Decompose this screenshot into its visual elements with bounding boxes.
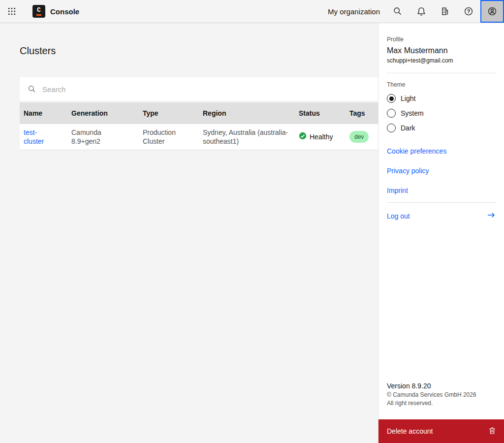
theme-section: Theme Light System Dark [387, 81, 496, 132]
radio-label: Dark [401, 124, 415, 132]
logout-label: Log out [387, 212, 410, 220]
profile-panel-inner: Profile Max Mustermann schuppi+test@gmai… [378, 23, 504, 419]
cluster-region-cell: Sydney, Australia (australia-southeast1) [199, 128, 295, 146]
column-header-tags: Tags [346, 109, 378, 118]
theme-option-light[interactable]: Light [387, 94, 496, 103]
profile-label: Profile [387, 36, 496, 43]
clusters-search-bar [20, 77, 378, 101]
imprint-link[interactable]: Imprint [387, 187, 496, 194]
logo-letter: C [37, 7, 41, 13]
cluster-name-link[interactable]: test-cluster [24, 128, 49, 146]
cookie-preferences-link[interactable]: Cookie preferences [387, 147, 496, 155]
app-switcher-button[interactable] [0, 0, 24, 23]
version-text: Version 8.9.20 [387, 382, 496, 390]
top-header: C Console My organization [0, 0, 504, 23]
bell-icon [416, 6, 426, 16]
cluster-tags-cell: dev [346, 131, 378, 143]
header-left: C Console [0, 0, 79, 23]
user-avatar-icon [487, 6, 497, 16]
cluster-type-cell: Production Cluster [139, 128, 199, 146]
svg-text:?: ? [467, 8, 470, 14]
divider [387, 202, 496, 203]
delete-account-button[interactable]: Delete account [378, 419, 504, 443]
logout-link[interactable]: Log out [387, 210, 496, 222]
column-header-type: Type [139, 109, 199, 118]
cluster-status-cell: Healthy [295, 132, 346, 142]
profile-email: schuppi+test@gmail.com [387, 57, 496, 64]
theme-option-system[interactable]: System [387, 109, 496, 118]
notifications-button[interactable] [410, 0, 433, 23]
trash-icon [488, 427, 496, 436]
camunda-logo-icon: C [32, 5, 45, 18]
help-button[interactable]: ? [457, 0, 480, 23]
organization-name-button[interactable]: My organization [328, 0, 380, 23]
search-input[interactable] [42, 77, 378, 101]
column-header-status: Status [295, 109, 346, 118]
cluster-generation-value: Camunda 8.9+gen2 [71, 128, 112, 146]
column-header-region: Region [199, 109, 295, 118]
organization-button[interactable] [433, 0, 457, 23]
search-icon [393, 6, 403, 16]
cluster-region-value: Sydney, Australia (australia-southeast1) [203, 128, 289, 146]
product-title: Console [50, 7, 79, 16]
main-content: Clusters Name Generation Type Region Sta… [0, 23, 378, 443]
delete-account-label: Delete account [387, 427, 433, 435]
logo-orange-bar [36, 14, 41, 16]
radio-label: Light [401, 95, 415, 102]
search-icon [28, 85, 36, 94]
profile-name: Max Mustermann [387, 46, 496, 55]
rights-text: All right reserved. [387, 400, 496, 407]
tag-badge: dev [349, 131, 369, 143]
status-text: Healthy [310, 132, 333, 141]
table-header-row: Name Generation Type Region Status Tags [20, 102, 378, 124]
divider [387, 73, 496, 73]
clusters-content: Name Generation Type Region Status Tags … [20, 77, 378, 150]
radio-label: System [401, 109, 424, 117]
radio-button[interactable] [387, 124, 396, 132]
privacy-policy-link[interactable]: Privacy policy [387, 167, 496, 175]
column-header-name: Name [20, 109, 67, 118]
column-header-generation: Generation [67, 109, 139, 118]
healthy-check-icon [299, 132, 307, 142]
app-switcher-grid-icon [7, 6, 17, 16]
radio-button[interactable] [387, 94, 396, 103]
search-button[interactable] [386, 0, 410, 23]
profile-menu-button[interactable] [480, 0, 504, 23]
theme-option-dark[interactable]: Dark [387, 124, 496, 132]
header-right: My organization [328, 0, 504, 23]
copyright-text: © Camunda Services GmbH 2026 [387, 391, 496, 398]
clusters-table: Name Generation Type Region Status Tags … [20, 102, 378, 150]
building-icon [440, 6, 450, 16]
arrow-right-icon [486, 210, 496, 222]
profile-panel: Profile Max Mustermann schuppi+test@gmai… [378, 23, 504, 443]
cluster-type-value: Production Cluster [143, 128, 185, 146]
table-row: test-cluster Camunda 8.9+gen2 Production… [20, 124, 378, 150]
cluster-name-cell: test-cluster [20, 128, 67, 146]
radio-button[interactable] [387, 109, 396, 118]
page-title: Clusters [20, 44, 378, 57]
console-page: C Console My organization [0, 0, 504, 443]
help-icon: ? [464, 6, 473, 16]
cluster-generation-cell: Camunda 8.9+gen2 [67, 128, 139, 146]
theme-label: Theme [387, 81, 496, 88]
version-block: Version 8.9.20 © Camunda Services GmbH 2… [387, 382, 496, 419]
